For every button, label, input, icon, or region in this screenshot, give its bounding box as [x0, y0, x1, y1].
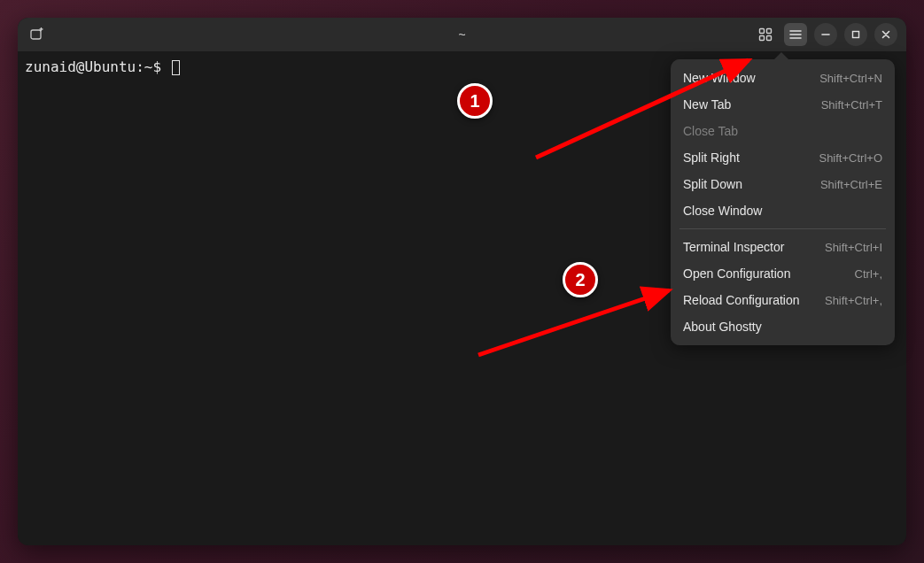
menu-item-about-ghostty[interactable]: About Ghostty — [671, 313, 895, 340]
menu-section-2: Terminal InspectorShift+Ctrl+IOpen Confi… — [671, 234, 895, 340]
annotation-badge-2: 2 — [563, 262, 598, 297]
hamburger-icon — [788, 27, 803, 42]
new-tab-icon — [30, 27, 44, 42]
menu-item-shortcut: Shift+Ctrl+O — [819, 151, 882, 165]
svg-rect-4 — [767, 36, 772, 41]
menu-item-label: About Ghostty — [683, 320, 762, 334]
menu-item-shortcut: Shift+Ctrl+E — [820, 178, 882, 191]
menu-item-reload-configuration[interactable]: Reload ConfigurationShift+Ctrl+, — [671, 287, 895, 313]
minimize-icon — [821, 30, 830, 39]
menu-item-label: Terminal Inspector — [683, 240, 784, 254]
menu-item-shortcut: Shift+Ctrl+N — [819, 72, 882, 85]
menu-item-open-configuration[interactable]: Open ConfigurationCtrl+, — [671, 260, 895, 287]
menu-item-shortcut: Shift+Ctrl+, — [825, 294, 882, 307]
maximize-icon — [851, 30, 860, 39]
svg-rect-0 — [31, 30, 41, 39]
svg-rect-3 — [760, 36, 765, 41]
menu-item-label: Split Down — [683, 177, 742, 191]
maximize-button[interactable] — [844, 23, 867, 46]
window-title: ~ — [458, 27, 465, 42]
close-button[interactable] — [874, 23, 897, 46]
menu-item-shortcut: Shift+Ctrl+I — [825, 241, 882, 254]
svg-line-6 — [536, 60, 749, 158]
close-icon — [881, 30, 890, 39]
annotation-badge-1-label: 1 — [470, 91, 479, 112]
cursor — [172, 60, 180, 75]
menu-separator — [679, 228, 886, 229]
menu-item-terminal-inspector[interactable]: Terminal InspectorShift+Ctrl+I — [671, 234, 895, 260]
menu-item-close-window[interactable]: Close Window — [671, 197, 895, 224]
menu-item-shortcut: Ctrl+, — [855, 267, 882, 281]
svg-rect-5 — [853, 32, 859, 38]
minimize-button[interactable] — [814, 23, 837, 46]
titlebar: ~ — [18, 18, 906, 51]
menu-item-label: Open Configuration — [683, 266, 790, 281]
menu-item-shortcut: Shift+Ctrl+T — [821, 98, 882, 112]
grid-icon — [758, 27, 773, 42]
svg-rect-1 — [760, 29, 765, 34]
svg-line-7 — [478, 290, 669, 355]
hamburger-menu-button[interactable] — [784, 23, 807, 46]
annotation-arrow-1 — [492, 53, 775, 168]
new-tab-button[interactable] — [27, 24, 48, 45]
menu-item-label: Close Window — [683, 204, 762, 218]
menu-item-label: Reload Configuration — [683, 293, 800, 307]
menu-item-split-down[interactable]: Split DownShift+Ctrl+E — [671, 171, 895, 197]
shell-prompt: zunaid@Ubuntu:~$ — [25, 58, 161, 75]
annotation-badge-1: 1 — [457, 83, 493, 119]
svg-rect-2 — [767, 29, 772, 34]
annotation-badge-2-label: 2 — [575, 270, 585, 290]
tab-overview-button[interactable] — [754, 23, 777, 46]
